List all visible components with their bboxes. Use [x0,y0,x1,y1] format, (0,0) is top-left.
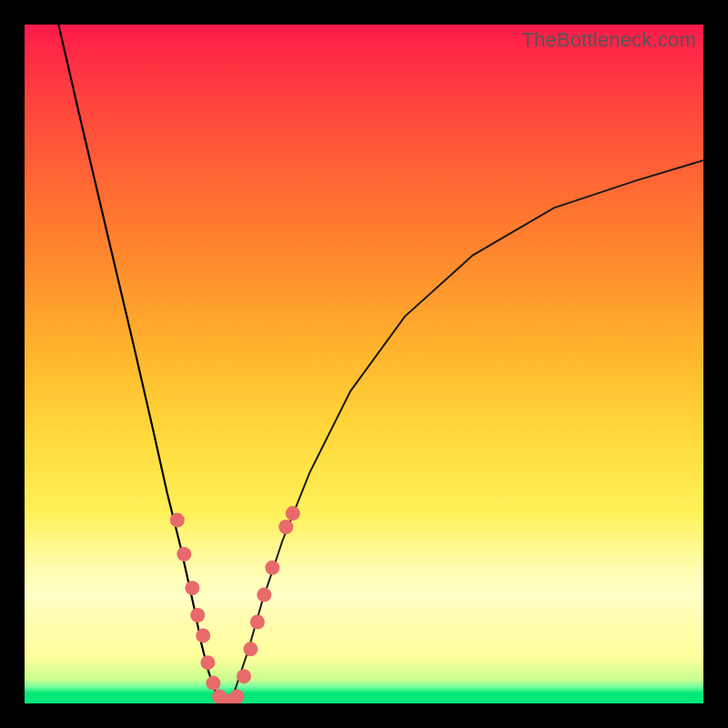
data-marker [250,615,265,630]
data-marker [243,642,258,656]
data-marker [190,608,205,622]
chart-frame: TheBottleneck.com [0,0,728,728]
data-marker [278,520,293,534]
data-marker [170,513,185,528]
data-marker [265,561,279,575]
marker-group [170,506,300,703]
chart-plot-area: TheBottleneck.com [25,25,703,703]
data-marker [206,676,220,691]
curve-left-branch [58,25,228,703]
data-marker [257,588,271,602]
data-marker [196,628,210,642]
data-marker [177,547,191,561]
data-marker [286,506,300,521]
data-marker [237,669,251,683]
curve-right-branch [228,160,703,703]
data-marker [230,690,245,704]
data-marker [185,581,199,595]
data-marker [200,655,215,670]
chart-svg [25,25,703,703]
